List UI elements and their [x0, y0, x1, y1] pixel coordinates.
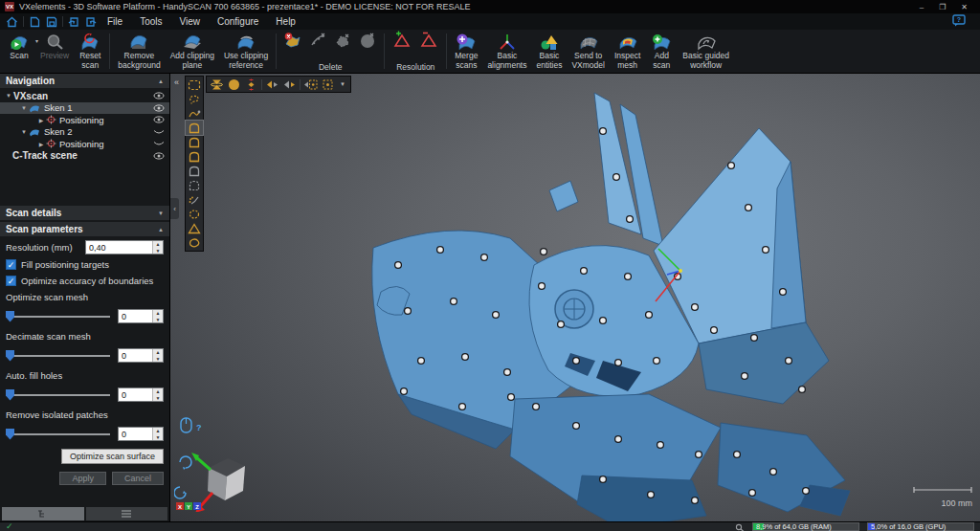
scan-model-canvas[interactable]: [170, 74, 980, 521]
slider-value-field[interactable]: ▲▼: [118, 309, 164, 323]
spin-down-icon[interactable]: ▼: [153, 248, 163, 254]
positioning-target-dot: [600, 318, 607, 324]
resolution-input[interactable]: [86, 241, 152, 254]
visibility-eye-icon[interactable]: [153, 152, 165, 160]
slider-value-input[interactable]: [119, 428, 152, 440]
slider-value-field[interactable]: ▲▼: [118, 387, 164, 402]
add-clipping-plane-button[interactable]: Add clipping plane: [166, 30, 219, 73]
slider-track[interactable]: [6, 355, 110, 357]
spin-down-icon[interactable]: ▼: [153, 356, 163, 363]
decrease-resolution-icon[interactable]: [418, 31, 439, 53]
menu-help[interactable]: Help: [267, 13, 304, 30]
tree-item-sken2[interactable]: ▼ Sken 2: [0, 126, 169, 139]
spinner-buttons[interactable]: ▲▼: [152, 310, 163, 322]
remove-isolated-patches-group: Remove isolated patches ▲▼: [6, 409, 164, 441]
merge-scans-button[interactable]: Merge scans: [450, 30, 482, 73]
tree-item-positioning-1[interactable]: ▶ Positioning: [0, 114, 169, 126]
new-file-icon[interactable]: [27, 14, 43, 29]
inspect-mesh-button[interactable]: Inspect mesh: [610, 30, 645, 73]
menu-tools[interactable]: Tools: [131, 13, 170, 30]
viewport-3d[interactable]: « ▼ ‹: [170, 74, 980, 521]
optimize-boundaries-checkbox-row[interactable]: ✓ Optimize accuracy of boundaries: [6, 276, 164, 286]
menu-configure[interactable]: Configure: [209, 13, 267, 30]
maximize-button[interactable]: ❐: [939, 3, 946, 11]
positioning-target-dot: [751, 335, 758, 342]
scan-details-header[interactable]: Scan details ▼: [0, 206, 169, 220]
tree-item-vxscan[interactable]: ▼ VXscan: [0, 90, 169, 102]
visibility-eye-icon[interactable]: [153, 104, 165, 112]
tree-view-toggle-button[interactable]: [2, 507, 84, 520]
tree-item-positioning-2[interactable]: ▶ Positioning: [0, 138, 169, 150]
slider-track[interactable]: [6, 316, 110, 318]
delete-selection-icon[interactable]: [283, 32, 302, 53]
minimize-button[interactable]: –: [920, 3, 924, 11]
cancel-button[interactable]: Cancel: [112, 472, 164, 485]
checkbox-checked-icon[interactable]: ✓: [6, 259, 16, 270]
positioning-target-dot: [786, 358, 792, 365]
slider-value-field[interactable]: ▲▼: [118, 348, 164, 363]
expander-icon[interactable]: ▶: [36, 117, 46, 123]
tree-item-sken1[interactable]: ▼ Sken 1: [0, 102, 169, 115]
spinner-buttons[interactable]: ▲▼: [152, 428, 163, 440]
navigation-tree: ▼ VXscan ▼ Sken 1 ▶: [0, 88, 169, 162]
slider-value-input[interactable]: [119, 310, 152, 322]
fill-targets-checkbox-row[interactable]: ✓ Fill positioning targets: [6, 259, 164, 270]
spin-down-icon[interactable]: ▼: [153, 395, 163, 402]
menu-view[interactable]: View: [170, 13, 209, 30]
close-button[interactable]: ✕: [961, 3, 968, 11]
slider-thumb[interactable]: [6, 389, 14, 401]
add-scan-button[interactable]: Add scan: [645, 30, 678, 73]
use-clipping-reference-button[interactable]: Use clipping reference: [219, 30, 273, 73]
slider-value-input[interactable]: [119, 349, 152, 362]
positioning-target-dot: [728, 163, 735, 169]
visibility-eye-icon[interactable]: [153, 92, 165, 100]
expander-icon[interactable]: ▼: [4, 93, 13, 99]
basic-entities-button[interactable]: Basic entities: [531, 30, 567, 73]
slider-track[interactable]: [6, 394, 110, 396]
slider-thumb[interactable]: [6, 311, 14, 322]
increase-resolution-icon[interactable]: [391, 31, 412, 53]
basic-alignments-button[interactable]: Basic alignments: [482, 30, 531, 73]
remove-background-icon: [127, 32, 150, 52]
spinner-buttons[interactable]: ▲▼: [152, 349, 163, 362]
remove-background-button[interactable]: Remove background: [113, 30, 165, 73]
home-icon[interactable]: [4, 14, 20, 29]
visibility-eye-closed-icon[interactable]: [153, 128, 165, 136]
reset-scan-button[interactable]: Reset scan: [74, 30, 106, 73]
slider-value-field[interactable]: ▲▼: [118, 427, 164, 441]
tree-item-ctrack-scene[interactable]: C-Track scene: [0, 150, 169, 163]
export-session-icon[interactable]: [82, 14, 99, 29]
spinner-buttons[interactable]: ▲▼: [152, 388, 163, 401]
resolution-field[interactable]: ▲▼: [85, 240, 164, 254]
slider-value-input[interactable]: [119, 388, 152, 401]
navigation-header[interactable]: Navigation ▲: [0, 74, 169, 88]
save-icon[interactable]: [43, 14, 59, 29]
send-to-vxmodel-button[interactable]: Send to VXmodel: [567, 30, 610, 73]
scan-parameters-header[interactable]: Scan parameters ▲: [0, 222, 169, 236]
optimize-scan-surface-button[interactable]: Optimize scan surface: [61, 449, 164, 464]
gpu-usage-gauge: 5,0% of 16,0 GB (GPU): [867, 522, 974, 531]
rotate-up-arrow-icon[interactable]: [180, 456, 191, 470]
checkbox-checked-icon[interactable]: ✓: [6, 276, 16, 286]
scan-button[interactable]: Scan ▾: [3, 30, 35, 73]
list-view-toggle-button[interactable]: [86, 507, 168, 520]
visibility-eye-closed-icon[interactable]: [153, 140, 165, 147]
expander-icon[interactable]: ▼: [19, 105, 29, 111]
feedback-bubble-icon[interactable]: ?: [952, 13, 967, 31]
expander-icon[interactable]: ▶: [36, 141, 46, 147]
menu-file[interactable]: File: [99, 13, 131, 30]
mouse-help-icon[interactable]: ?: [181, 418, 202, 432]
slider-thumb[interactable]: [6, 350, 14, 362]
slider-thumb[interactable]: [6, 429, 14, 440]
expander-icon[interactable]: ▼: [19, 129, 29, 135]
visibility-eye-icon[interactable]: [153, 116, 165, 123]
spinner-buttons[interactable]: ▲▼: [152, 241, 163, 254]
positioning-target-dot: [749, 490, 756, 497]
apply-button[interactable]: Apply: [59, 472, 106, 485]
import-session-icon[interactable]: [66, 14, 82, 29]
basic-guided-workflow-button[interactable]: Basic guided workflow: [678, 30, 734, 73]
spin-down-icon[interactable]: ▼: [153, 317, 163, 323]
slider-track[interactable]: [6, 433, 110, 435]
spin-down-icon[interactable]: ▼: [153, 434, 163, 441]
rotate-down-arrow-icon[interactable]: [174, 487, 186, 498]
